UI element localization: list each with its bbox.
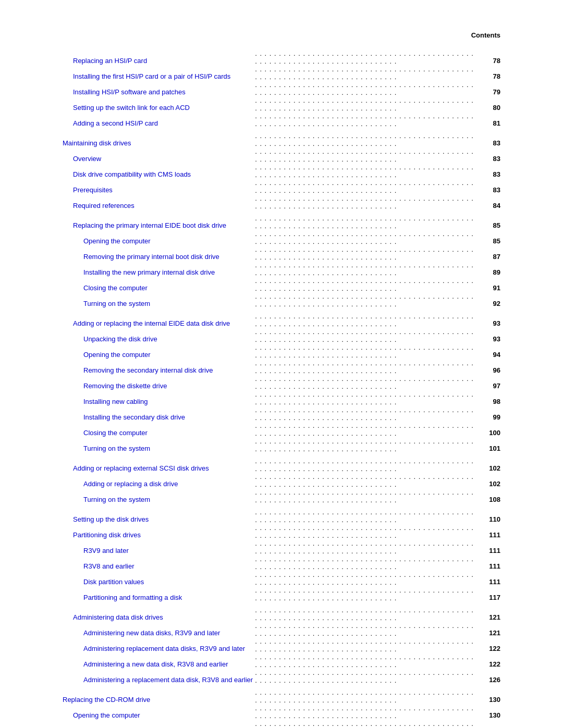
toc-link[interactable]: Installing new cabling	[83, 398, 148, 405]
spacer-row	[63, 128, 500, 132]
dot-leaders: . . . . . . . . . . . . . . . . . . . . …	[253, 473, 480, 488]
page: Contents Replacing an HSI/P card . . . .…	[0, 0, 563, 728]
table-row: Installing the secondary disk drive . . …	[63, 406, 500, 422]
toc-link[interactable]: Installing HSI/P software and patches	[73, 88, 186, 96]
toc-link[interactable]: Closing the computer	[83, 429, 148, 437]
dot-leaders: . . . . . . . . . . . . . . . . . . . . …	[253, 179, 480, 194]
table-row: Administering a replacement data disk, R…	[63, 669, 500, 684]
dot-leaders: . . . . . . . . . . . . . . . . . . . . …	[253, 343, 480, 359]
toc-link[interactable]: Required references	[73, 202, 134, 209]
page-number: 85	[480, 214, 500, 230]
toc-link[interactable]: Turning on the system	[83, 496, 150, 503]
toc-link[interactable]: Prerequisites	[73, 186, 113, 194]
table-row: Overview . . . . . . . . . . . . . . . .…	[63, 147, 500, 163]
table-row: Turning on the system . . . . . . . . . …	[63, 437, 500, 453]
toc-link[interactable]: R3V9 and later	[83, 547, 129, 554]
page-number: 80	[480, 96, 500, 112]
dot-leaders: . . . . . . . . . . . . . . . . . . . . …	[253, 163, 480, 179]
table-row: Disk partition values . . . . . . . . . …	[63, 571, 500, 586]
table-row: Unpacking the disk drive . . . . . . . .…	[63, 328, 500, 343]
toc-link[interactable]: Removing the diskette drive	[83, 382, 167, 390]
dot-leaders: . . . . . . . . . . . . . . . . . . . . …	[253, 292, 480, 308]
page-number: 126	[480, 669, 500, 684]
page-number: 91	[480, 277, 500, 292]
table-row: Closing the computer . . . . . . . . . .…	[63, 422, 500, 437]
toc-link[interactable]: Installing the first HSI/P card or a pai…	[73, 72, 230, 80]
toc-link[interactable]: Replacing the primary internal EIDE boot…	[73, 221, 226, 229]
toc-link[interactable]: Replacing the CD-ROM drive	[63, 696, 150, 704]
table-row: Setting up the switch link for each ACD …	[63, 96, 500, 112]
table-row: Administering new data disks, R3V9 and l…	[63, 622, 500, 637]
toc-link[interactable]: Adding a second HSI/P card	[73, 119, 158, 127]
header-label: Contents	[471, 31, 500, 39]
toc-link[interactable]: Setting up the switch link for each ACD	[73, 104, 190, 112]
spacer-row	[63, 504, 500, 508]
table-row: Adding or replacing the internal EIDE da…	[63, 312, 500, 328]
dot-leaders: . . . . . . . . . . . . . . . . . . . . …	[253, 720, 480, 728]
page-number: 111	[480, 524, 500, 539]
page-number: 84	[480, 194, 500, 210]
page-number: 99	[480, 406, 500, 422]
toc-link[interactable]: Turning on the system	[83, 300, 150, 307]
toc-link[interactable]: Adding or replacing a disk drive	[83, 480, 178, 488]
toc-link[interactable]: R3V8 and earlier	[83, 562, 134, 570]
toc-link[interactable]: Replacing an HSI/P card	[73, 57, 147, 65]
dot-leaders: . . . . . . . . . . . . . . . . . . . . …	[253, 606, 480, 622]
toc-link[interactable]: Disk partition values	[83, 578, 144, 586]
spacer-row	[63, 453, 500, 457]
table-row: Removing the secondary internal disk dri…	[63, 359, 500, 375]
toc-link[interactable]: Opening the computer	[83, 237, 151, 245]
toc-link[interactable]: Turning on the system	[83, 445, 150, 452]
dot-leaders: . . . . . . . . . . . . . . . . . . . . …	[253, 586, 480, 602]
toc-link[interactable]: Removing the secondary internal disk dri…	[83, 366, 213, 374]
toc-link[interactable]: Adding or replacing the internal EIDE da…	[73, 319, 230, 327]
toc-link[interactable]: Opening the computer	[83, 351, 151, 359]
toc-link[interactable]: Partitioning and formatting a disk	[83, 594, 182, 601]
toc-link[interactable]: Partitioning disk drives	[73, 531, 141, 539]
toc-link[interactable]: Setting up the disk drives	[73, 515, 149, 523]
page-number: 93	[480, 328, 500, 343]
dot-leaders: . . . . . . . . . . . . . . . . . . . . …	[253, 508, 480, 524]
toc-link[interactable]: Closing the computer	[83, 284, 148, 292]
toc-link[interactable]: Administering a new data disk, R3V8 and …	[83, 660, 228, 668]
table-row: Installing new cabling . . . . . . . . .…	[63, 390, 500, 406]
page-number: 132	[480, 720, 500, 728]
page-number: 94	[480, 343, 500, 359]
toc-link[interactable]: Adding or replacing external SCSI disk d…	[73, 464, 209, 472]
page-number: 81	[480, 112, 500, 128]
dot-leaders: . . . . . . . . . . . . . . . . . . . . …	[253, 571, 480, 586]
table-row: Closing the computer . . . . . . . . . .…	[63, 277, 500, 292]
toc-link[interactable]: Overview	[73, 155, 101, 163]
toc-link[interactable]: Unpacking the disk drive	[83, 335, 157, 343]
dot-leaders: . . . . . . . . . . . . . . . . . . . . …	[253, 669, 480, 684]
toc-link[interactable]: Installing the secondary disk drive	[83, 413, 185, 421]
table-row: Administering replacement data disks, R3…	[63, 637, 500, 653]
toc-link[interactable]: Administering data disk drives	[73, 613, 163, 621]
page-number: 130	[480, 704, 500, 720]
table-row: Replacing an HSI/P card . . . . . . . . …	[63, 50, 500, 65]
dot-leaders: . . . . . . . . . . . . . . . . . . . . …	[253, 261, 480, 277]
table-row: Maintaining disk drives . . . . . . . . …	[63, 132, 500, 147]
dot-leaders: . . . . . . . . . . . . . . . . . . . . …	[253, 437, 480, 453]
toc-link[interactable]: Opening the computer	[73, 711, 140, 719]
page-number: 102	[480, 473, 500, 488]
toc-link[interactable]: Installing the new primary internal disk…	[83, 268, 215, 276]
table-row: Adding a second HSI/P card . . . . . . .…	[63, 112, 500, 128]
toc-link[interactable]: Disk drive compatibility with CMS loads	[73, 170, 191, 178]
dot-leaders: . . . . . . . . . . . . . . . . . . . . …	[253, 539, 480, 555]
page-number: 122	[480, 637, 500, 653]
spacer-row	[63, 602, 500, 606]
dot-leaders: . . . . . . . . . . . . . . . . . . . . …	[253, 406, 480, 422]
dot-leaders: . . . . . . . . . . . . . . . . . . . . …	[253, 96, 480, 112]
toc-link[interactable]: Removing the primary internal boot disk …	[83, 253, 219, 261]
table-row: Required references . . . . . . . . . . …	[63, 194, 500, 210]
table-row: Administering a new data disk, R3V8 and …	[63, 653, 500, 669]
page-number: 87	[480, 245, 500, 261]
page-number: 79	[480, 81, 500, 96]
toc-link[interactable]: Administering replacement data disks, R3…	[83, 645, 245, 652]
toc-link[interactable]: Administering new data disks, R3V9 and l…	[83, 629, 220, 637]
toc-link[interactable]: Maintaining disk drives	[63, 139, 131, 147]
dot-leaders: . . . . . . . . . . . . . . . . . . . . …	[253, 488, 480, 504]
toc-link[interactable]: Administering a replacement data disk, R…	[83, 676, 253, 684]
dot-leaders: . . . . . . . . . . . . . . . . . . . . …	[253, 328, 480, 343]
